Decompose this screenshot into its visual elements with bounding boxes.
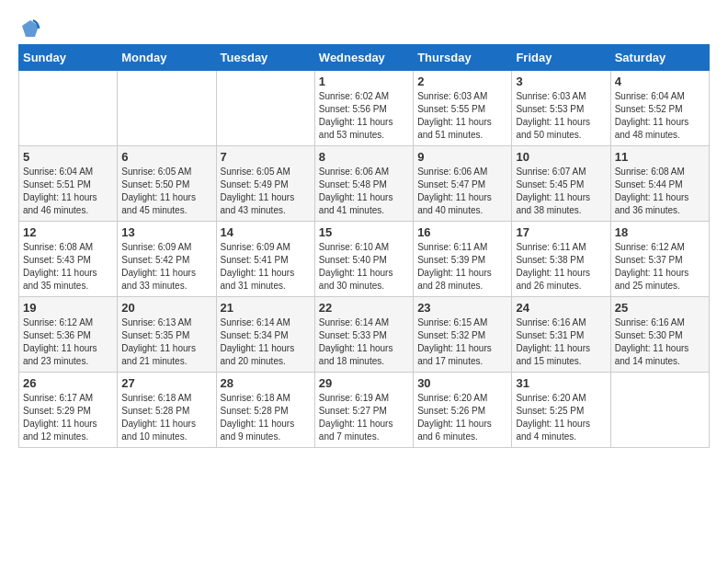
calendar-cell: 5Sunrise: 6:04 AM Sunset: 5:51 PM Daylig…: [19, 146, 118, 222]
day-info: Sunrise: 6:18 AM Sunset: 5:28 PM Dayligh…: [221, 392, 311, 443]
day-number: 3: [516, 75, 606, 88]
day-number: 4: [615, 75, 705, 88]
calendar-cell: 8Sunrise: 6:06 AM Sunset: 5:48 PM Daylig…: [314, 146, 413, 222]
day-info: Sunrise: 6:20 AM Sunset: 5:25 PM Dayligh…: [516, 392, 606, 443]
day-info: Sunrise: 6:11 AM Sunset: 5:38 PM Dayligh…: [516, 241, 606, 293]
day-number: 2: [417, 75, 507, 88]
calendar-cell: 16Sunrise: 6:11 AM Sunset: 5:39 PM Dayli…: [414, 222, 512, 297]
calendar-cell: 10Sunrise: 6:07 AM Sunset: 5:45 PM Dayli…: [512, 146, 610, 222]
calendar-cell: 29Sunrise: 6:19 AM Sunset: 5:27 PM Dayli…: [314, 373, 413, 448]
day-number: 28: [221, 376, 311, 390]
calendar-cell: 28Sunrise: 6:18 AM Sunset: 5:28 PM Dayli…: [216, 373, 314, 448]
calendar-cell: 2Sunrise: 6:03 AM Sunset: 5:55 PM Daylig…: [414, 71, 512, 146]
logo: [18, 18, 40, 35]
day-info: Sunrise: 6:18 AM Sunset: 5:28 PM Dayligh…: [121, 392, 211, 443]
calendar-cell: [610, 373, 709, 448]
day-number: 16: [417, 225, 507, 239]
day-number: 25: [615, 301, 705, 315]
day-number: 11: [615, 150, 705, 164]
calendar-week-row: 19Sunrise: 6:12 AM Sunset: 5:36 PM Dayli…: [19, 297, 710, 373]
page-header: [18, 18, 710, 35]
day-number: 8: [319, 150, 409, 164]
day-info: Sunrise: 6:06 AM Sunset: 5:47 PM Dayligh…: [417, 166, 507, 217]
calendar-cell: 30Sunrise: 6:20 AM Sunset: 5:26 PM Dayli…: [414, 373, 512, 448]
day-number: 15: [319, 225, 409, 239]
calendar-cell: [118, 71, 216, 146]
day-number: 1: [319, 75, 409, 88]
weekday-header: Sunday: [19, 45, 118, 71]
calendar-cell: 14Sunrise: 6:09 AM Sunset: 5:41 PM Dayli…: [216, 222, 314, 297]
day-info: Sunrise: 6:14 AM Sunset: 5:34 PM Dayligh…: [221, 316, 311, 368]
day-info: Sunrise: 6:06 AM Sunset: 5:48 PM Dayligh…: [319, 166, 409, 217]
weekday-header: Tuesday: [216, 45, 314, 71]
calendar-cell: 13Sunrise: 6:09 AM Sunset: 5:42 PM Dayli…: [118, 222, 216, 297]
weekday-header: Saturday: [610, 45, 709, 71]
calendar-cell: [216, 71, 314, 146]
weekday-header: Thursday: [414, 45, 512, 71]
logo-icon: [20, 18, 40, 39]
calendar-cell: 1Sunrise: 6:02 AM Sunset: 5:56 PM Daylig…: [314, 71, 413, 146]
calendar-cell: 24Sunrise: 6:16 AM Sunset: 5:31 PM Dayli…: [512, 297, 610, 373]
day-number: 5: [23, 150, 113, 164]
calendar-week-row: 26Sunrise: 6:17 AM Sunset: 5:29 PM Dayli…: [19, 373, 710, 448]
calendar-cell: 18Sunrise: 6:12 AM Sunset: 5:37 PM Dayli…: [610, 222, 709, 297]
day-info: Sunrise: 6:14 AM Sunset: 5:33 PM Dayligh…: [319, 316, 409, 368]
day-info: Sunrise: 6:04 AM Sunset: 5:52 PM Dayligh…: [615, 90, 705, 142]
calendar-cell: [19, 71, 118, 146]
day-info: Sunrise: 6:15 AM Sunset: 5:32 PM Dayligh…: [417, 316, 507, 368]
calendar-cell: 4Sunrise: 6:04 AM Sunset: 5:52 PM Daylig…: [610, 71, 709, 146]
day-info: Sunrise: 6:19 AM Sunset: 5:27 PM Dayligh…: [319, 392, 409, 443]
calendar-cell: 15Sunrise: 6:10 AM Sunset: 5:40 PM Dayli…: [314, 222, 413, 297]
calendar-cell: 23Sunrise: 6:15 AM Sunset: 5:32 PM Dayli…: [414, 297, 512, 373]
day-number: 30: [417, 376, 507, 390]
day-number: 19: [23, 301, 113, 315]
weekday-header: Wednesday: [314, 45, 413, 71]
day-info: Sunrise: 6:08 AM Sunset: 5:43 PM Dayligh…: [23, 241, 113, 293]
day-info: Sunrise: 6:09 AM Sunset: 5:42 PM Dayligh…: [121, 241, 211, 293]
day-number: 21: [221, 301, 311, 315]
day-info: Sunrise: 6:16 AM Sunset: 5:31 PM Dayligh…: [516, 316, 606, 368]
day-info: Sunrise: 6:12 AM Sunset: 5:37 PM Dayligh…: [615, 241, 705, 293]
day-number: 6: [121, 150, 211, 164]
day-info: Sunrise: 6:13 AM Sunset: 5:35 PM Dayligh…: [121, 316, 211, 368]
day-number: 18: [615, 225, 705, 239]
calendar-week-row: 1Sunrise: 6:02 AM Sunset: 5:56 PM Daylig…: [19, 71, 710, 146]
day-number: 9: [417, 150, 507, 164]
day-number: 31: [516, 376, 606, 390]
day-info: Sunrise: 6:05 AM Sunset: 5:50 PM Dayligh…: [121, 166, 211, 217]
calendar-table: SundayMondayTuesdayWednesdayThursdayFrid…: [18, 44, 710, 448]
day-info: Sunrise: 6:05 AM Sunset: 5:49 PM Dayligh…: [221, 166, 311, 217]
day-info: Sunrise: 6:11 AM Sunset: 5:39 PM Dayligh…: [417, 241, 507, 293]
day-info: Sunrise: 6:10 AM Sunset: 5:40 PM Dayligh…: [319, 241, 409, 293]
day-info: Sunrise: 6:07 AM Sunset: 5:45 PM Dayligh…: [516, 166, 606, 217]
day-number: 29: [319, 376, 409, 390]
calendar-cell: 27Sunrise: 6:18 AM Sunset: 5:28 PM Dayli…: [118, 373, 216, 448]
day-number: 22: [319, 301, 409, 315]
day-info: Sunrise: 6:20 AM Sunset: 5:26 PM Dayligh…: [417, 392, 507, 443]
weekday-header: Friday: [512, 45, 610, 71]
day-number: 14: [221, 225, 311, 239]
day-number: 26: [23, 376, 113, 390]
day-info: Sunrise: 6:03 AM Sunset: 5:55 PM Dayligh…: [417, 90, 507, 142]
calendar-cell: 9Sunrise: 6:06 AM Sunset: 5:47 PM Daylig…: [414, 146, 512, 222]
day-number: 12: [23, 225, 113, 239]
calendar-cell: 11Sunrise: 6:08 AM Sunset: 5:44 PM Dayli…: [610, 146, 709, 222]
day-number: 7: [221, 150, 311, 164]
calendar-cell: 3Sunrise: 6:03 AM Sunset: 5:53 PM Daylig…: [512, 71, 610, 146]
day-number: 23: [417, 301, 507, 315]
calendar-cell: 20Sunrise: 6:13 AM Sunset: 5:35 PM Dayli…: [118, 297, 216, 373]
calendar-cell: 17Sunrise: 6:11 AM Sunset: 5:38 PM Dayli…: [512, 222, 610, 297]
calendar-cell: 22Sunrise: 6:14 AM Sunset: 5:33 PM Dayli…: [314, 297, 413, 373]
calendar-cell: 21Sunrise: 6:14 AM Sunset: 5:34 PM Dayli…: [216, 297, 314, 373]
day-info: Sunrise: 6:09 AM Sunset: 5:41 PM Dayligh…: [221, 241, 311, 293]
calendar-cell: 7Sunrise: 6:05 AM Sunset: 5:49 PM Daylig…: [216, 146, 314, 222]
day-number: 20: [121, 301, 211, 315]
day-number: 27: [121, 376, 211, 390]
calendar-cell: 31Sunrise: 6:20 AM Sunset: 5:25 PM Dayli…: [512, 373, 610, 448]
calendar-cell: 19Sunrise: 6:12 AM Sunset: 5:36 PM Dayli…: [19, 297, 118, 373]
day-info: Sunrise: 6:08 AM Sunset: 5:44 PM Dayligh…: [615, 166, 705, 217]
weekday-header: Monday: [118, 45, 216, 71]
calendar-cell: 12Sunrise: 6:08 AM Sunset: 5:43 PM Dayli…: [19, 222, 118, 297]
calendar-cell: 26Sunrise: 6:17 AM Sunset: 5:29 PM Dayli…: [19, 373, 118, 448]
calendar-cell: 25Sunrise: 6:16 AM Sunset: 5:30 PM Dayli…: [610, 297, 709, 373]
